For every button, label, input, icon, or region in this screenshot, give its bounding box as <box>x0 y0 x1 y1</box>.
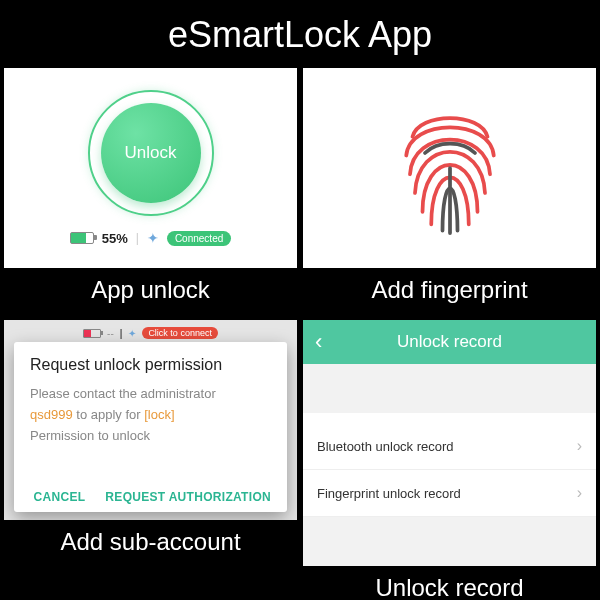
bluetooth-icon: ✦ <box>147 230 159 246</box>
battery-icon <box>70 232 94 244</box>
unlock-button[interactable]: Unlock <box>101 103 201 203</box>
card-add-fingerprint: Add fingerprint <box>303 68 596 314</box>
status-row: 55% | ✦ Connected <box>70 230 232 246</box>
connected-badge: Connected <box>167 231 231 246</box>
click-to-connect-badge[interactable]: Click to connect <box>142 327 218 339</box>
caption-app-unlock: App unlock <box>4 268 297 314</box>
card-unlock-record: ‹ Unlock record Bluetooth unlock record … <box>303 320 596 566</box>
unlock-ring: Unlock <box>88 90 214 216</box>
back-icon[interactable]: ‹ <box>315 329 322 355</box>
fingerprint-icon <box>385 93 515 243</box>
card-app-unlock: Unlock 55% | ✦ Connected App unlock <box>4 68 297 314</box>
chevron-right-icon: › <box>577 484 582 502</box>
battery-percentage: 55% <box>102 231 128 246</box>
chevron-right-icon: › <box>577 437 582 455</box>
page-title: eSmartLock App <box>0 0 600 68</box>
card-add-subaccount: -- | ✦ Click to connect Request unlock p… <box>4 320 297 566</box>
caption-add-fingerprint: Add fingerprint <box>303 268 596 314</box>
caption-unlock-record: Unlock record <box>303 566 596 600</box>
admin-name: qsd999 <box>30 407 73 422</box>
fingerprint-record-row[interactable]: Fingerprint unlock record › <box>303 470 596 517</box>
dialog-title: Request unlock permission <box>30 356 271 374</box>
record-header-title: Unlock record <box>397 332 502 352</box>
permission-dialog: Request unlock permission Please contact… <box>14 342 287 512</box>
dialog-body: Please contact the administrator qsd999 … <box>30 384 271 484</box>
caption-add-subaccount: Add sub-account <box>4 520 297 566</box>
bluetooth-record-row[interactable]: Bluetooth unlock record › <box>303 423 596 470</box>
request-authorization-button[interactable]: REQUEST AUTHORIZATION <box>105 490 271 504</box>
cards-grid: Unlock 55% | ✦ Connected App unlock <box>0 68 600 566</box>
lock-name: [lock] <box>144 407 174 422</box>
record-header: ‹ Unlock record <box>303 320 596 364</box>
cancel-button[interactable]: CANCEL <box>34 490 86 504</box>
